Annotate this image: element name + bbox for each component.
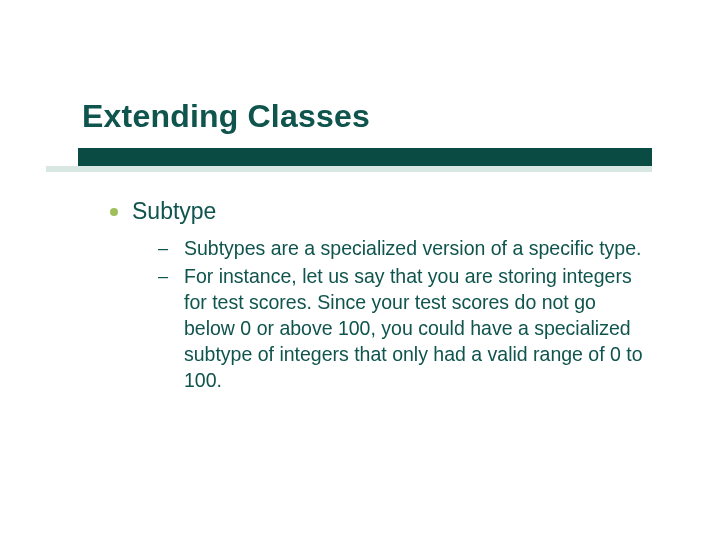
title-underline-dark (78, 148, 652, 166)
slide-title: Extending Classes (82, 98, 642, 135)
list-item: – For instance, let us say that you are … (158, 263, 650, 393)
slide: Extending Classes Subtype – Subtypes are… (0, 0, 720, 540)
title-wrap: Extending Classes (82, 98, 642, 135)
list-item: Subtype (110, 198, 650, 225)
level1-label: Subtype (132, 198, 216, 225)
level2-text: Subtypes are a specialized version of a … (184, 235, 641, 261)
disc-bullet-icon (110, 208, 118, 216)
content-area: Subtype – Subtypes are a specialized ver… (110, 198, 650, 395)
sublist: – Subtypes are a specialized version of … (158, 235, 650, 393)
list-item: – Subtypes are a specialized version of … (158, 235, 650, 261)
title-underline-light-right (86, 166, 652, 172)
dash-bullet-icon: – (158, 263, 176, 289)
level2-text: For instance, let us say that you are st… (184, 263, 650, 393)
dash-bullet-icon: – (158, 235, 176, 261)
title-underline-light-left (46, 166, 86, 172)
